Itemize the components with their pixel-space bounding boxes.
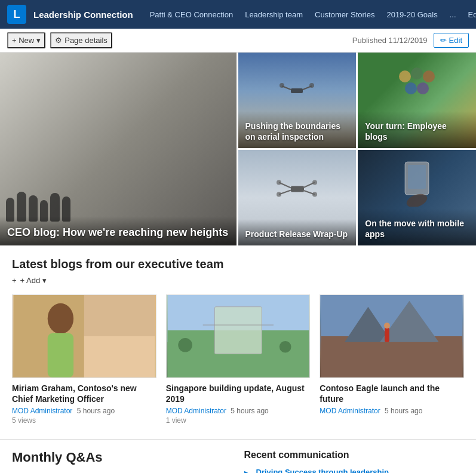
blog-card-meta-2: MOD Administrator 5 hours ago: [320, 407, 464, 415]
svg-point-18: [312, 192, 317, 197]
hero-mobile-title: On the move with mobile apps: [365, 218, 469, 239]
hero-employee-overlay: Your turn: Employee blogs: [358, 111, 476, 148]
blog-card-author-0[interactable]: MOD Administrator: [12, 407, 72, 415]
eagle-image: [320, 295, 463, 377]
blog-card-author-1[interactable]: MOD Administrator: [166, 407, 226, 415]
recent-comm-section: Recent communication ▶ Driving Success t…: [244, 450, 465, 473]
blog-card-title-2: Contoso Eagle launch and the future: [320, 383, 464, 404]
blog-card-title-0: Miriam Graham, Contoso's new Chief Marke…: [12, 383, 156, 404]
svg-rect-34: [321, 336, 463, 377]
blog-card-1[interactable]: Singapore building update, August 2019 M…: [166, 294, 311, 425]
nav-link-customer[interactable]: Customer Stories: [310, 8, 379, 22]
toolbar-right: Published 11/12/2019 ✏ Edit: [352, 33, 469, 48]
singapore-svg: [167, 295, 310, 377]
blog-card-img-0: [12, 294, 156, 378]
svg-point-4: [309, 83, 314, 88]
svg-point-32: [279, 341, 291, 353]
blog-card-views-0: 5 views: [12, 416, 156, 425]
svg-rect-30: [202, 324, 273, 325]
toolbar-left: + New ▾ ⚙ Page details: [7, 32, 112, 48]
svg-rect-10: [291, 186, 304, 192]
hero-aerial-cell[interactable]: Pushing the boundaries on aerial inspect…: [238, 53, 357, 148]
svg-point-38: [384, 322, 390, 328]
hero-main-cell[interactable]: CEO blog: How we're reaching new heights: [0, 53, 237, 245]
nav-link-patti[interactable]: Patti & CEO Connection: [145, 8, 238, 22]
add-button[interactable]: + + Add ▾: [12, 276, 47, 285]
group-icon: [393, 64, 441, 100]
hero-employee-cell[interactable]: Your turn: Employee blogs: [358, 53, 476, 148]
tablet-icon: [399, 159, 435, 207]
blog-card-title-1: Singapore building update, August 2019: [166, 383, 311, 404]
plus-icon: +: [12, 276, 17, 285]
nav-link-goals[interactable]: 2019-20 Goals: [382, 8, 442, 22]
hero-aerial-overlay: Pushing the boundaries on aerial inspect…: [238, 111, 357, 148]
svg-point-31: [178, 338, 192, 352]
pencil-icon: ✏: [440, 36, 447, 45]
hero-employee-title: Your turn: Employee blogs: [365, 121, 469, 142]
hero-grid: CEO blog: How we're reaching new heights…: [0, 53, 476, 245]
svg-rect-26: [48, 333, 73, 377]
blog-card-meta-0: MOD Administrator 5 hours ago: [12, 407, 156, 415]
svg-rect-37: [385, 327, 389, 342]
arrow-right-icon: ▶: [244, 468, 251, 473]
drone2-icon: [276, 178, 318, 199]
blog-card-img-1: [166, 294, 311, 378]
svg-rect-29: [214, 307, 262, 354]
hero-main-overlay: CEO blog: How we're reaching new heights: [0, 216, 237, 245]
top-navigation: L Leadership Connection Patti & CEO Conn…: [0, 0, 476, 29]
edit-button[interactable]: ✏ Edit: [434, 33, 469, 48]
blog-card-0[interactable]: Miriam Graham, Contoso's new Chief Marke…: [12, 294, 156, 425]
nav-links: Patti & CEO Connection Leadership team C…: [145, 8, 476, 22]
svg-point-7: [423, 70, 435, 82]
svg-point-5: [399, 70, 411, 82]
nav-link-leadership[interactable]: Leadership team: [240, 8, 308, 22]
comm-item-title[interactable]: Driving Success through leadership: [256, 468, 465, 473]
monthly-qa-title: Monthly Q&As: [12, 450, 232, 465]
main-content: Latest blogs from our executive team + +…: [0, 245, 476, 425]
eagle-svg: [320, 295, 463, 377]
published-status: Published 11/12/2019: [352, 36, 428, 45]
blog-card-2[interactable]: Contoso Eagle launch and the future MOD …: [320, 294, 464, 425]
comm-item-content: Driving Success through leadership Skill…: [256, 468, 465, 473]
blog-card-meta-1: MOD Administrator 5 hours ago: [166, 407, 311, 415]
svg-point-8: [417, 82, 429, 94]
blog-card-time-0: 5 hours ago: [77, 407, 115, 415]
svg-point-16: [312, 180, 317, 185]
monthly-qa-section: Monthly Q&As Each month all employees ar…: [12, 450, 232, 473]
singapore-image: [167, 295, 310, 377]
chevron-down-icon: ▾: [42, 276, 47, 285]
recent-comm-title: Recent communication: [244, 450, 465, 460]
nav-link-more[interactable]: ...: [445, 8, 461, 22]
hero-product-overlay: Product Release Wrap-Up: [238, 219, 357, 245]
svg-rect-23: [84, 295, 155, 336]
svg-point-6: [411, 67, 423, 79]
page-details-button[interactable]: ⚙ Page details: [50, 32, 112, 48]
settings-icon: ⚙: [55, 36, 62, 45]
svg-point-9: [405, 82, 417, 94]
new-button[interactable]: + New ▾: [7, 32, 45, 48]
bottom-section: Monthly Q&As Each month all employees ar…: [0, 440, 476, 473]
page-toolbar: + New ▾ ⚙ Page details Published 11/12/2…: [0, 29, 476, 53]
svg-rect-24: [84, 336, 155, 377]
site-title: Leadership Connection: [33, 10, 133, 20]
blog-card-author-2[interactable]: MOD Administrator: [320, 407, 380, 415]
miriam-image: [13, 295, 156, 377]
nav-link-edit[interactable]: Edit: [463, 8, 476, 22]
miriam-svg: [13, 295, 156, 377]
hero-product-cell[interactable]: Product Release Wrap-Up: [238, 150, 357, 245]
drone-icon: [279, 81, 315, 99]
site-logo[interactable]: L: [7, 5, 26, 24]
hero-mobile-overlay: On the move with mobile apps: [358, 208, 476, 245]
blog-card-views-1: 1 view: [166, 416, 311, 425]
svg-point-3: [280, 83, 284, 88]
blog-card-time-1: 5 hours ago: [231, 407, 268, 415]
svg-rect-0: [291, 88, 303, 93]
svg-point-25: [48, 303, 73, 334]
blog-card-time-2: 5 hours ago: [385, 407, 422, 415]
hero-mobile-cell[interactable]: On the move with mobile apps: [358, 150, 476, 245]
svg-point-17: [277, 192, 281, 197]
hero-main-title: CEO blog: How we're reaching new heights: [7, 226, 229, 239]
svg-point-15: [277, 180, 281, 185]
comm-item-0: ▶ Driving Success through leadership Ski…: [244, 468, 465, 473]
hero-aerial-title: Pushing the boundaries on aerial inspect…: [245, 121, 349, 142]
